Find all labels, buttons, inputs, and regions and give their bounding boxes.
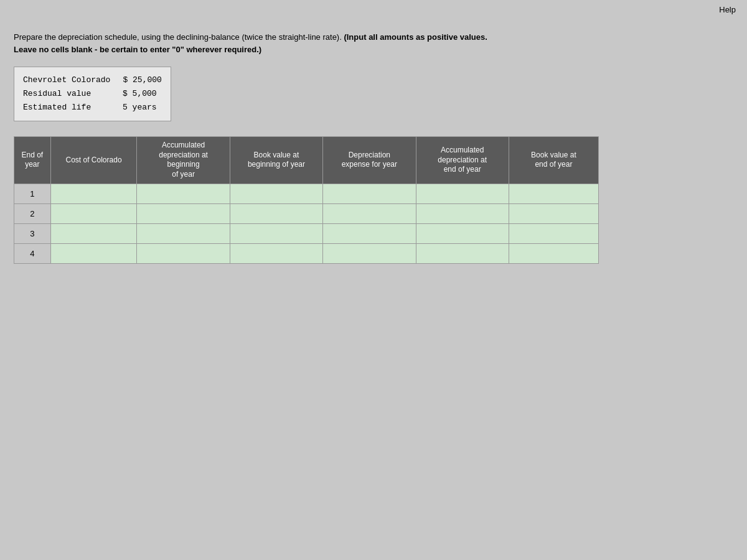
info-value-1: $ 25,000 (123, 73, 161, 87)
cell-row1-depr-expense[interactable] (323, 184, 416, 203)
input-row4-book-end[interactable] (512, 244, 596, 263)
instruction-bold1: (Input all amounts as positive values. (344, 32, 487, 42)
input-row2-book-begin[interactable] (233, 204, 320, 223)
table-row: 2 (14, 203, 599, 223)
cell-row2-cost[interactable] (50, 203, 137, 223)
help-link[interactable]: Help (719, 5, 736, 14)
cell-row1-book-begin[interactable] (230, 184, 322, 203)
cell-row3-book-end[interactable] (509, 223, 598, 243)
table-row: 4 (14, 243, 599, 263)
input-row1-accum-end[interactable] (419, 184, 506, 203)
table-row: 3 (14, 223, 599, 243)
info-row-1: Chevrolet Colorado $ 25,000 (23, 73, 162, 87)
instruction-bold2: Leave no cells blank - be certain to ent… (14, 45, 261, 54)
col-header-cost: Cost of Colorado (50, 137, 137, 184)
input-row4-accum-begin[interactable] (139, 244, 227, 263)
col-header-book-begin: Book value atbeginning of year (230, 137, 322, 184)
instruction-line1: Prepare the depreciation schedule, using… (14, 32, 344, 42)
info-label-3: Estimated life (23, 101, 110, 114)
cell-row3-cost[interactable] (50, 223, 137, 243)
col-header-depr-expense: Depreciationexpense for year (323, 137, 416, 184)
cell-row1-accum-begin[interactable] (137, 184, 230, 203)
main-content: Prepare the depreciation schedule, using… (14, 31, 733, 264)
cell-row3-book-begin[interactable] (230, 223, 322, 243)
input-row3-book-begin[interactable] (233, 224, 320, 243)
cell-row2-book-end[interactable] (509, 203, 598, 223)
input-row4-accum-end[interactable] (419, 244, 506, 263)
input-row2-depr-expense[interactable] (326, 204, 413, 223)
info-label-1: Chevrolet Colorado (23, 73, 110, 87)
cell-row3-depr-expense[interactable] (323, 223, 416, 243)
col-header-accum-end: Accumulateddepreciation atend of year (416, 137, 509, 184)
input-row1-depr-expense[interactable] (326, 184, 413, 203)
info-row-3: Estimated life 5 years (23, 101, 162, 114)
depreciation-table: End of year Cost of Colorado Accumulated… (14, 136, 599, 263)
cell-row3-accum-begin[interactable] (137, 223, 230, 243)
info-label-2: Residual value (23, 87, 110, 101)
cell-row4-accum-begin[interactable] (137, 243, 230, 263)
year-cell-2: 2 (14, 203, 51, 223)
input-row2-book-end[interactable] (512, 204, 596, 223)
year-cell-1: 1 (14, 184, 51, 203)
cell-row1-cost[interactable] (50, 184, 137, 203)
input-row3-book-end[interactable] (512, 224, 596, 243)
cell-row4-cost[interactable] (50, 243, 137, 263)
input-row4-depr-expense[interactable] (326, 244, 413, 263)
input-row3-depr-expense[interactable] (326, 224, 413, 243)
input-row4-cost[interactable] (54, 244, 134, 263)
cell-row4-book-end[interactable] (509, 243, 598, 263)
input-row2-accum-begin[interactable] (139, 204, 227, 223)
cell-row4-depr-expense[interactable] (323, 243, 416, 263)
cell-row1-accum-end[interactable] (416, 184, 509, 203)
year-cell-4: 4 (14, 243, 51, 263)
input-row1-book-end[interactable] (512, 184, 596, 203)
cell-row4-accum-end[interactable] (416, 243, 509, 263)
cell-row2-accum-end[interactable] (416, 203, 509, 223)
input-row1-book-begin[interactable] (233, 184, 320, 203)
input-row1-cost[interactable] (54, 184, 134, 203)
info-row-2: Residual value $ 5,000 (23, 87, 162, 101)
cell-row2-book-begin[interactable] (230, 203, 322, 223)
input-row4-book-begin[interactable] (233, 244, 320, 263)
cell-row1-book-end[interactable] (509, 184, 598, 203)
col-header-book-end: Book value atend of year (509, 137, 598, 184)
info-box: Chevrolet Colorado $ 25,000 Residual val… (14, 67, 171, 121)
input-row3-cost[interactable] (54, 224, 134, 243)
input-row3-accum-begin[interactable] (139, 224, 227, 243)
cell-row3-accum-end[interactable] (416, 223, 509, 243)
cell-row2-accum-begin[interactable] (137, 203, 230, 223)
input-row3-accum-end[interactable] (419, 224, 506, 243)
col-header-year: End of year (14, 137, 51, 184)
info-value-2: $ 5,000 (123, 87, 157, 101)
input-row2-accum-end[interactable] (419, 204, 506, 223)
info-value-3: 5 years (123, 101, 157, 114)
table-row: 1 (14, 184, 599, 203)
cell-row2-depr-expense[interactable] (323, 203, 416, 223)
col-header-accum-begin: Accumulateddepreciation atbeginningof ye… (137, 137, 230, 184)
instructions: Prepare the depreciation schedule, using… (14, 31, 733, 55)
input-row1-accum-begin[interactable] (139, 184, 227, 203)
cell-row4-book-begin[interactable] (230, 243, 322, 263)
input-row2-cost[interactable] (54, 204, 134, 223)
year-cell-3: 3 (14, 223, 51, 243)
